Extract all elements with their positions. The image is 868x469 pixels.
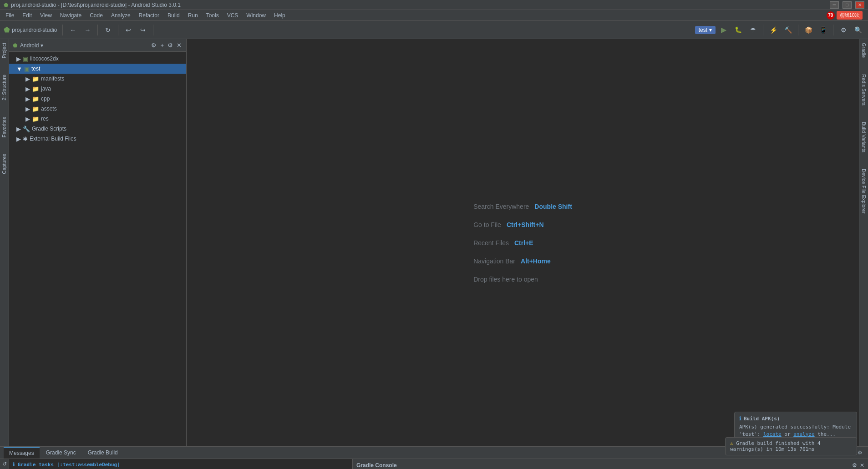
sidebar-tab-device-explorer[interactable]: Device File Explorer [860,165,868,217]
expand-icon: ▶ [25,96,30,102]
settings-gradle-icon[interactable]: ⚙ [852,462,857,469]
tree-item-res[interactable]: ▶ 📁 res [9,114,186,124]
gear-tree-button[interactable]: ⚙ [167,41,174,50]
tree-item-test[interactable]: ▼ ▣ test [9,64,186,74]
avd-button[interactable]: 📱 [817,24,829,36]
shortcut-label-2: Go to File [473,221,501,228]
settings-icon[interactable]: ⚙ [858,449,863,456]
expand-icon: ▶ [25,76,30,82]
sidebar-tab-structure[interactable]: 2: Structure [0,71,9,104]
menu-file[interactable]: File [2,10,18,20]
menu-navigate[interactable]: Navigate [56,10,85,20]
folder-icon: 📁 [32,106,39,112]
expand-icon: ▶ [25,106,30,112]
forward-button[interactable]: → [81,24,94,36]
menu-help[interactable]: Help [270,10,289,20]
task-label: Gradle tasks [:test:assembleDebug] [18,462,120,468]
view-mode-selector[interactable]: Android ▾ [20,42,43,49]
gradle-console-panel: Gradle Console ⚙ ✕ :libcocos2dx:transfor… [353,459,868,469]
build-button[interactable]: 🔨 [782,24,794,36]
search-button[interactable]: 🔍 [852,24,864,36]
tab-messages[interactable]: Messages [4,447,40,459]
maximize-button[interactable]: □ [843,1,852,9]
back-button[interactable]: ← [66,24,79,36]
menu-code[interactable]: Code [86,10,107,20]
tree-item-manifests[interactable]: ▶ 📁 manifests [9,74,186,84]
messages-left-sidebar: ↺ ■ ⊗ ⬇ ↑ ↓ ▽ ? [0,459,9,469]
menu-run[interactable]: Run [184,10,202,20]
toolbar-sep-7 [833,25,833,35]
shortcut-key-2: Ctrl+Shift+N [507,221,544,228]
run-config-selector[interactable]: test ▾ [695,26,716,34]
coverage-button[interactable]: ☂ [746,24,759,36]
tree-item-libcocos2dx[interactable]: ▶ ▣ libcocos2dx [9,54,186,64]
tree-item-label: cpp [41,96,50,102]
shortcut-label-3: Recent Files [473,239,509,247]
expand-tree-button[interactable]: + [159,41,165,50]
debug-button[interactable]: 🐛 [732,24,745,36]
shortcut-key-3: Ctrl+E [514,239,533,247]
shortcut-label-4: Navigation Bar [473,257,515,265]
expand-icon: ▶ [16,55,21,62]
menu-window[interactable]: Window [243,10,269,20]
run-config-dropdown[interactable]: ▾ [709,27,712,33]
module-icon: ▣ [24,66,30,72]
messages-panel: ℹ Gradle tasks [:test:assembleDebug] ⚠ T… [9,459,353,469]
folder-icon: 📁 [32,86,39,92]
android-view-icon: ⬟ [13,42,17,49]
tree-item-label: res [41,116,49,122]
tree-item-gradle[interactable]: ▶ 🔧 Gradle Scripts [9,124,186,134]
menu-build[interactable]: Build [164,10,183,20]
settings-button[interactable]: ⚙ [837,24,850,36]
menu-edit[interactable]: Edit [19,10,36,20]
tree-item-label: libcocos2dx [30,55,59,62]
sidebar-tab-build-variants[interactable]: Build Variants [860,118,868,156]
task-icon: ℹ [13,462,15,468]
close-button[interactable]: ✕ [855,1,864,9]
sidebar-tab-captures[interactable]: Captures [0,150,9,178]
tab-gradle-sync[interactable]: Gradle Sync [41,447,81,459]
tree-item-label: test [31,66,40,72]
gradle-console-title: Gradle Console [356,462,397,469]
sidebar-tab-gradle[interactable]: Gradle [860,39,868,61]
profile-button[interactable]: ⚡ [767,24,780,36]
gradle-console-header: Gradle Console ⚙ ✕ [353,459,868,469]
menu-tools[interactable]: Tools [203,10,223,20]
tree-item-assets[interactable]: ▶ 📁 assets [9,104,186,114]
right-sidebar: Gradle Redis Servers Build Variants Devi… [859,39,868,446]
sidebar-tab-redis[interactable]: Redis Servers [860,71,868,109]
menu-view[interactable]: View [36,10,56,20]
notification-badge[interactable]: 70 [827,11,835,20]
shortcut-row-1: Search Everywhere Double Shift [473,203,572,210]
sync-button[interactable]: ↻ [102,24,114,36]
sidebar-tab-favorites[interactable]: Favorites [0,113,9,141]
expand-icon: ▶ [25,86,30,92]
menu-analyze[interactable]: Analyze [107,10,134,20]
restart-icon[interactable]: ↺ [2,461,7,467]
minimize-button[interactable]: ─ [830,1,839,9]
sync-tree-button[interactable]: ⚙ [150,41,157,50]
tree-item-cpp[interactable]: ▶ 📁 cpp [9,94,186,104]
tree-item-external-build[interactable]: ▶ ✱ External Build Files [9,134,186,144]
close-tree-button[interactable]: ✕ [176,41,183,50]
update-button[interactable]: 点我10次 [837,11,863,20]
close-gradle-icon[interactable]: ✕ [860,462,864,469]
menu-vcs[interactable]: VCS [223,10,242,20]
menu-refactor[interactable]: Refactor [135,10,163,20]
run-button[interactable]: ▶ [717,24,730,36]
tree-item-java[interactable]: ▶ 📁 java [9,84,186,94]
sdk-manager-button[interactable]: 📦 [802,24,815,36]
menu-bar: File Edit View Navigate Code Analyze Ref… [0,10,868,21]
toolbar-sep-6 [798,25,798,35]
task-title[interactable]: ℹ Gradle tasks [:test:assembleDebug] [11,461,350,469]
expand-icon: ▶ [16,136,21,142]
undo-button[interactable]: ↩ [122,24,135,36]
file-tree-header-right: ⚙ + ⚙ ✕ [150,41,183,50]
tab-gradle-build[interactable]: Gradle Build [82,447,123,459]
sidebar-tab-project[interactable]: Project [0,39,9,62]
bottom-content-wrapper: ↺ ■ ⊗ ⬇ ↑ ↓ ▽ ? ℹ Gradle tasks [:test:as… [0,459,868,469]
editor-area: Search Everywhere Double Shift Go to Fil… [187,39,859,446]
tree-item-label: java [41,86,51,92]
view-mode-arrow: ▾ [41,42,43,49]
redo-button[interactable]: ↪ [137,24,149,36]
